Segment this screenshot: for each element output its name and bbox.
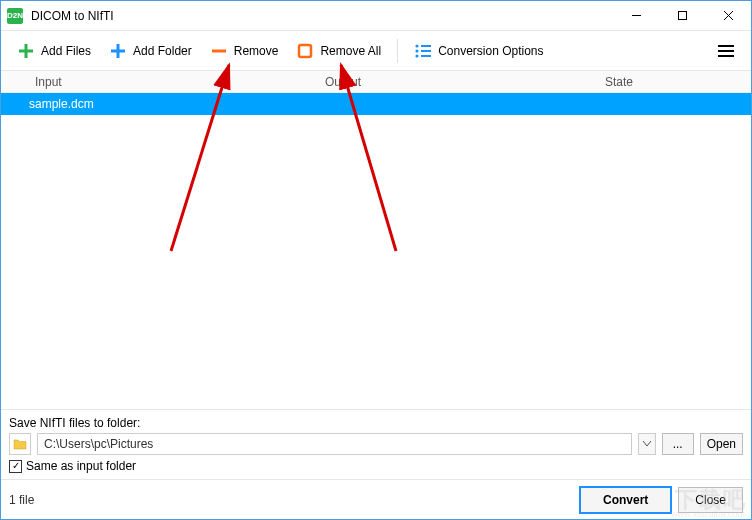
open-label: Open [707, 437, 736, 451]
table-header: Input Output State [1, 71, 751, 93]
close-button[interactable]: Close [678, 487, 743, 513]
plus-icon [109, 42, 127, 60]
svg-rect-1 [678, 12, 686, 20]
app-icon: D2N [7, 8, 23, 24]
add-files-label: Add Files [41, 44, 91, 58]
save-label: Save NIfTI files to folder: [9, 416, 743, 430]
column-header-state[interactable]: State [605, 75, 751, 89]
conversion-options-label: Conversion Options [438, 44, 543, 58]
add-files-button[interactable]: Add Files [9, 38, 99, 64]
path-row: C:\Users\pc\Pictures ... Open [9, 433, 743, 455]
maximize-button[interactable] [659, 1, 705, 31]
square-icon [296, 42, 314, 60]
close-window-button[interactable] [705, 1, 751, 31]
footer: 1 file Convert Close [1, 479, 751, 519]
convert-button[interactable]: Convert [579, 486, 672, 514]
remove-all-label: Remove All [320, 44, 381, 58]
remove-all-button[interactable]: Remove All [288, 38, 389, 64]
output-folder-input[interactable]: C:\Users\pc\Pictures [37, 433, 632, 455]
add-folder-label: Add Folder [133, 44, 192, 58]
cell-input: sample.dcm [15, 97, 325, 111]
same-as-input-checkbox[interactable]: ✓ [9, 460, 22, 473]
table-row[interactable]: sample.dcm [1, 93, 751, 115]
folder-dropdown-button[interactable] [638, 433, 656, 455]
svg-rect-9 [299, 45, 311, 57]
app-window: D2N DICOM to NIfTI Add Files Add F [0, 0, 752, 520]
conversion-options-button[interactable]: Conversion Options [406, 38, 551, 64]
save-section: Save NIfTI files to folder: C:\Users\pc\… [1, 409, 751, 479]
toolbar-separator [397, 39, 398, 63]
list-icon [414, 42, 432, 60]
chevron-down-icon [643, 441, 651, 447]
svg-point-10 [416, 44, 419, 47]
browse-button[interactable]: ... [662, 433, 694, 455]
close-label: Close [695, 493, 726, 507]
menu-button[interactable] [709, 40, 743, 62]
column-header-input[interactable]: Input [15, 75, 325, 89]
remove-label: Remove [234, 44, 279, 58]
file-table: Input Output State sample.dcm [1, 71, 751, 409]
svg-point-12 [416, 49, 419, 52]
browse-label: ... [673, 437, 683, 451]
folder-icon[interactable] [9, 433, 31, 455]
minus-icon [210, 42, 228, 60]
same-as-input-label: Same as input folder [26, 459, 136, 473]
open-folder-button[interactable]: Open [700, 433, 743, 455]
window-controls [613, 1, 751, 31]
remove-button[interactable]: Remove [202, 38, 287, 64]
hamburger-icon [717, 44, 735, 58]
output-folder-value: C:\Users\pc\Pictures [44, 437, 153, 451]
minimize-button[interactable] [613, 1, 659, 31]
status-text: 1 file [9, 493, 34, 507]
add-folder-button[interactable]: Add Folder [101, 38, 200, 64]
svg-point-14 [416, 54, 419, 57]
same-as-input-row[interactable]: ✓ Same as input folder [9, 459, 743, 473]
plus-icon [17, 42, 35, 60]
convert-label: Convert [603, 493, 648, 507]
window-title: DICOM to NIfTI [31, 9, 114, 23]
toolbar: Add Files Add Folder Remove Remove All [1, 31, 751, 71]
column-header-output[interactable]: Output [325, 75, 605, 89]
table-body: sample.dcm [1, 93, 751, 409]
titlebar: D2N DICOM to NIfTI [1, 1, 751, 31]
